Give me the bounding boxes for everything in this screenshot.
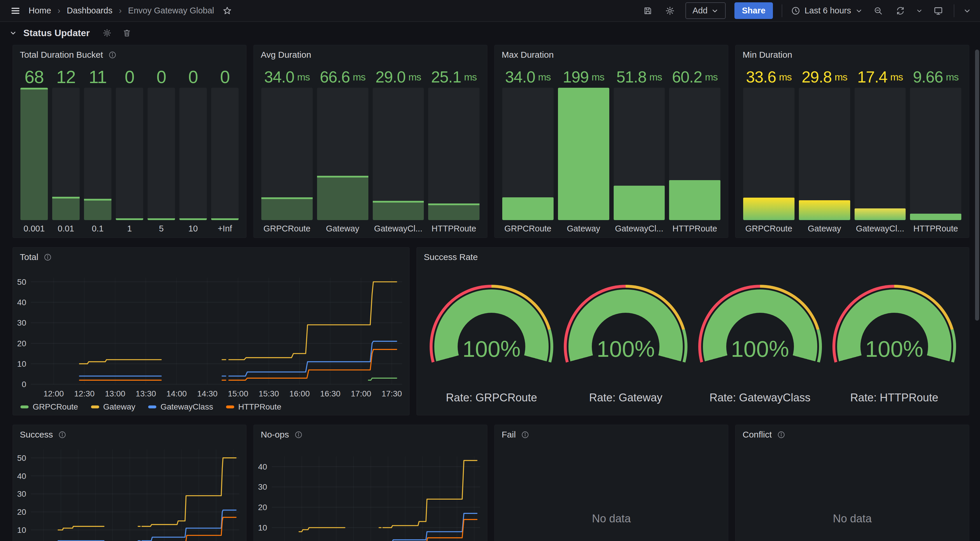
bar-track[interactable] bbox=[502, 88, 554, 220]
collapse-navbar-chevron-icon[interactable] bbox=[963, 7, 971, 15]
x-axis-tick-label: 17:00 bbox=[351, 389, 371, 398]
bar-track[interactable] bbox=[428, 88, 479, 220]
panel-title[interactable]: Total bbox=[20, 252, 52, 262]
y-axis-tick-label: 20 bbox=[17, 508, 26, 517]
kiosk-monitor-icon[interactable] bbox=[932, 4, 945, 17]
zoom-out-time-icon[interactable] bbox=[872, 4, 885, 17]
bar-gauge-column[interactable]: 05 bbox=[148, 66, 175, 233]
stat-unit: ms bbox=[592, 71, 604, 83]
x-axis-tick-label: 13:30 bbox=[135, 389, 156, 398]
bar-gauge-column[interactable]: 0+Inf bbox=[211, 66, 239, 233]
bar-gauge-body[interactable]: 34.0msGRPCRoute199msGateway51.8msGateway… bbox=[502, 66, 721, 233]
timeseries-plot[interactable]: 0102030405012:0012:3013:0013:3014:0014:3… bbox=[13, 247, 409, 416]
panel-title[interactable]: Fail bbox=[502, 430, 530, 439]
bar-track[interactable] bbox=[148, 88, 175, 220]
save-dashboard-icon[interactable] bbox=[641, 4, 654, 17]
dashboard-settings-gear-icon[interactable] bbox=[663, 4, 677, 17]
bar-gauge-body[interactable]: 33.6msGRPCRoute29.8msGateway17.4msGatewa… bbox=[743, 66, 961, 233]
bar-track[interactable] bbox=[910, 88, 961, 220]
legend-item-Gateway[interactable]: Gateway bbox=[91, 402, 135, 412]
info-icon[interactable] bbox=[521, 430, 530, 439]
row-delete-trash-icon[interactable] bbox=[120, 26, 134, 40]
panel-title[interactable]: Min Duration bbox=[743, 50, 792, 60]
panel-title[interactable]: Conflict bbox=[743, 430, 786, 439]
panel-title[interactable]: Avg Duration bbox=[261, 50, 311, 60]
stat-value: 51.8ms bbox=[614, 66, 665, 88]
bar-track[interactable] bbox=[317, 88, 368, 220]
bar-gauge-column[interactable]: 51.8msGatewayCl... bbox=[614, 66, 665, 233]
info-icon[interactable] bbox=[58, 430, 67, 439]
panel-title[interactable]: No-ops bbox=[261, 430, 303, 439]
bar-gauge-column[interactable]: 34.0msGRPCRoute bbox=[502, 66, 554, 233]
bar-track[interactable] bbox=[743, 88, 794, 220]
row-collapse-chevron-icon[interactable] bbox=[10, 29, 17, 37]
timeseries-plot[interactable]: 1020304050 bbox=[13, 425, 246, 541]
refresh-icon[interactable] bbox=[894, 4, 907, 17]
legend-item-GatewayClass[interactable]: GatewayClass bbox=[148, 402, 213, 412]
favorite-star-icon[interactable] bbox=[221, 4, 234, 17]
bar-track[interactable] bbox=[116, 88, 143, 220]
y-axis-tick-label: 10 bbox=[258, 523, 267, 532]
bar-gauge-column[interactable]: 120.01 bbox=[52, 66, 80, 233]
bar-gauge-column[interactable]: 010 bbox=[180, 66, 207, 233]
bar-track[interactable] bbox=[211, 88, 239, 220]
panel-title[interactable]: Max Duration bbox=[502, 50, 554, 60]
time-range-picker[interactable]: Last 6 hours bbox=[791, 6, 863, 16]
add-button[interactable]: Add bbox=[686, 2, 725, 19]
gauge-row[interactable]: 100%Rate: GRPCRoute100%Rate: Gateway100%… bbox=[425, 285, 961, 404]
bar-gauge-column[interactable]: 33.6msGRPCRoute bbox=[743, 66, 794, 233]
bar-track[interactable] bbox=[52, 88, 80, 220]
bar-gauge-column[interactable]: 01 bbox=[116, 66, 143, 233]
stat-unit: ms bbox=[946, 71, 958, 83]
share-button[interactable]: Share bbox=[734, 2, 773, 19]
gauge-cell[interactable]: 100%Rate: GRPCRoute bbox=[425, 285, 558, 404]
gauge-cell[interactable]: 100%Rate: Gateway bbox=[558, 285, 693, 404]
bar-gauge-column[interactable]: 29.8msGateway bbox=[799, 66, 850, 233]
bar-gauge-column[interactable]: 66.6msGateway bbox=[317, 66, 368, 233]
bar-track[interactable] bbox=[799, 88, 850, 220]
bar-track[interactable] bbox=[21, 88, 48, 220]
bar-gauge-column[interactable]: 680.001 bbox=[21, 66, 48, 233]
legend-item-GRPCRoute[interactable]: GRPCRoute bbox=[21, 402, 78, 412]
info-icon[interactable] bbox=[777, 430, 786, 439]
bar-gauge-column[interactable]: 60.2msHTTPRoute bbox=[669, 66, 721, 233]
bar-gauge-column[interactable]: 9.66msHTTPRoute bbox=[910, 66, 961, 233]
bar-track[interactable] bbox=[854, 88, 906, 220]
bar-gauge-column[interactable]: 34.0msGRPCRoute bbox=[261, 66, 313, 233]
refresh-interval-chevron-icon[interactable] bbox=[916, 7, 923, 14]
bar-gauge-column[interactable]: 17.4msGatewayCl... bbox=[854, 66, 906, 233]
page-scrollbar-thumb[interactable] bbox=[975, 49, 979, 320]
bar-track[interactable] bbox=[614, 88, 665, 220]
panel-title[interactable]: Success Rate bbox=[424, 252, 478, 262]
info-icon[interactable] bbox=[108, 51, 117, 59]
bar-track[interactable] bbox=[669, 88, 721, 220]
breadcrumb-home[interactable]: Home bbox=[29, 6, 51, 16]
panel-max-duration: Max Duration 34.0msGRPCRoute199msGateway… bbox=[495, 45, 728, 238]
bar-gauge-body[interactable]: 680.001120.01110.101050100+Inf bbox=[21, 66, 239, 233]
panel-title[interactable]: Total Duration Bucket bbox=[20, 50, 117, 60]
bar-track[interactable] bbox=[84, 88, 111, 220]
row-title[interactable]: Status Updater bbox=[23, 28, 90, 38]
bar-track[interactable] bbox=[261, 88, 313, 220]
bar-gauge-column[interactable]: 110.1 bbox=[84, 66, 111, 233]
legend-item-HTTPRoute[interactable]: HTTPRoute bbox=[226, 402, 282, 412]
bar-gauge-column[interactable]: 199msGateway bbox=[558, 66, 609, 233]
timeseries-plot[interactable]: 10203040 bbox=[254, 425, 487, 541]
bar-track[interactable] bbox=[373, 88, 424, 220]
row-settings-gear-icon[interactable] bbox=[100, 26, 114, 40]
bar-track[interactable] bbox=[180, 88, 207, 220]
panel-success-rate: Success Rate 100%Rate: GRPCRoute100%Rate… bbox=[417, 247, 969, 416]
panel-title[interactable]: Success bbox=[20, 430, 67, 439]
gauge-cell[interactable]: 100%Rate: HTTPRoute bbox=[827, 285, 961, 404]
info-icon[interactable] bbox=[43, 253, 52, 262]
gauge-cell[interactable]: 100%Rate: GatewayClass bbox=[693, 285, 827, 404]
hamburger-menu-icon[interactable] bbox=[9, 4, 22, 17]
bar-gauge-body[interactable]: 34.0msGRPCRoute66.6msGateway29.0msGatewa… bbox=[261, 66, 479, 233]
bar-gauge-column[interactable]: 29.0msGatewayCl... bbox=[373, 66, 424, 233]
breadcrumb-dashboards[interactable]: Dashboards bbox=[67, 6, 112, 16]
stat-value: 0 bbox=[148, 66, 175, 88]
bar-gauge-column[interactable]: 25.1msHTTPRoute bbox=[428, 66, 479, 233]
info-icon[interactable] bbox=[294, 430, 303, 439]
legend-swatch bbox=[91, 405, 99, 408]
bar-track[interactable] bbox=[558, 88, 609, 220]
